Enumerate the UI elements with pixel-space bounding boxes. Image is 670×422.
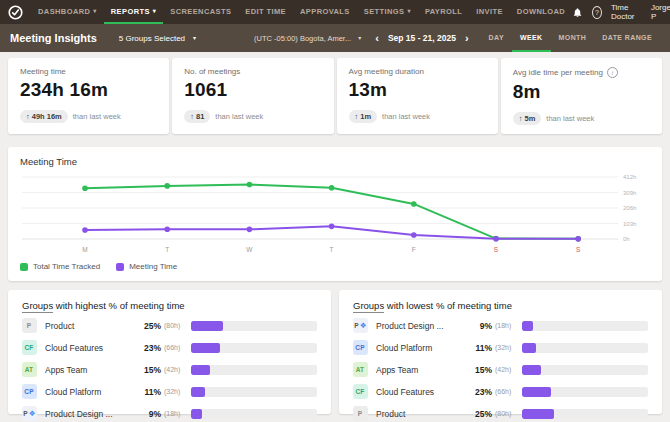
nav-label: SETTINGS [364, 7, 405, 16]
nav-item-edit-time[interactable]: EDIT TIME [238, 0, 293, 24]
notifications-bell-icon[interactable] [572, 7, 583, 18]
kpi-avg-meeting-duration: Avg meeting duration 13m ↑1m than last w… [337, 58, 498, 134]
group-hours: (32h) [495, 344, 522, 351]
nav-item-screencasts[interactable]: SCREENCASTS [163, 0, 238, 24]
nav-item-payroll[interactable]: PAYROLL [418, 0, 469, 24]
delta-badge: ↑49h 16m [20, 110, 68, 123]
group-row: CP Cloud Platform 11% (32h) [353, 340, 648, 355]
svg-text:206h: 206h [623, 205, 636, 211]
group-bar [522, 387, 648, 397]
kpi-delta: ↑5m than last week [513, 112, 650, 125]
main-nav: DASHBOARD▾ REPORTS▾ SCREENCASTS EDIT TIM… [31, 0, 572, 24]
nav-item-settings[interactable]: SETTINGS▾ [357, 0, 418, 24]
group-bar-fill [191, 343, 220, 353]
svg-text:F: F [412, 246, 416, 253]
group-name: Product [376, 409, 462, 419]
group-percent: 15% [131, 365, 161, 375]
chevron-down-icon: ▾ [358, 35, 361, 41]
group-row: CF Cloud Features 23% (66h) [353, 384, 648, 399]
nav-label: DASHBOARD [38, 7, 90, 16]
svg-text:309h: 309h [623, 190, 636, 196]
kpi-avg-idle-time: Avg idle time per meetingi 8m ↑5m than l… [501, 58, 662, 134]
group-bar-fill [191, 365, 210, 375]
group-bar-fill [522, 321, 533, 331]
group-row: AT Apps Team 15% (42h) [22, 362, 317, 377]
svg-text:W: W [246, 246, 253, 253]
kpi-cards: Meeting time 234h 16m ↑49h 16m than last… [8, 58, 662, 134]
nav-item-invite[interactable]: INVITE [469, 0, 510, 24]
group-name: Cloud Features [45, 343, 131, 353]
group-avatar: AT [353, 362, 368, 377]
group-bar [191, 387, 317, 397]
user-name[interactable]: Jorge P [651, 3, 670, 21]
meeting-time-chart-card: Meeting Time 412h309h206h103h0hMTWTFSS T… [8, 147, 662, 281]
group-hours: (66h) [495, 388, 522, 395]
panel-title: Groups with lowest % of meeting time [353, 300, 648, 311]
kpi-no-of-meetings: No. of meetings 1061 ↑81 than last week [172, 58, 333, 134]
timezone-selector[interactable]: (UTC -05:00) Bogota, Amer... ▾ [248, 33, 367, 44]
kpi-value: 1061 [184, 79, 321, 101]
prev-week-button[interactable]: ‹ [375, 33, 379, 44]
group-name: Apps Team [45, 365, 131, 375]
group-bar [191, 409, 317, 419]
nav-item-dashboard[interactable]: DASHBOARD▾ [31, 0, 104, 24]
group-bar-fill [191, 409, 202, 419]
group-bar-fill [522, 409, 554, 419]
tab-month[interactable]: MONTH [551, 24, 595, 52]
group-bar [522, 321, 648, 331]
nav-item-approvals[interactable]: APPROVALS [293, 0, 357, 24]
group-bar [522, 343, 648, 353]
svg-text:412h: 412h [623, 174, 636, 180]
group-bar [191, 365, 317, 375]
nav-label: EDIT TIME [245, 7, 286, 16]
nav-label: PAYROLL [425, 7, 462, 16]
company-name: Time Doctor [611, 3, 642, 21]
groups-panels: Groups with highest % of meeting time P … [8, 290, 662, 414]
group-hours: (32h) [164, 388, 191, 395]
next-week-button[interactable]: › [465, 33, 469, 44]
chevron-down-icon: ▾ [407, 8, 410, 14]
groups-highest-panel: Groups with highest % of meeting time P … [8, 290, 331, 414]
topbar-right: ? Time Doctor Jorge P JP [572, 0, 670, 24]
kpi-value: 13m [349, 79, 486, 101]
group-row: CF Cloud Features 23% (66h) [22, 340, 317, 355]
group-avatar: CP [22, 384, 37, 399]
group-percent: 9% [462, 321, 492, 331]
timedoctor-logo-icon[interactable] [8, 5, 23, 20]
group-avatar: P❖ [22, 406, 37, 421]
svg-text:T: T [165, 246, 169, 253]
kpi-label: No. of meetings [184, 67, 321, 76]
svg-text:T: T [330, 246, 334, 253]
nav-item-download[interactable]: DOWNLOAD [510, 0, 572, 24]
group-name: Apps Team [376, 365, 462, 375]
tab-day[interactable]: DAY [481, 24, 512, 52]
group-avatar: P [22, 318, 37, 333]
chart-legend: Total Time Tracked Meeting Time [20, 262, 650, 271]
svg-text:S: S [576, 246, 581, 253]
groups-lowest-panel: Groups with lowest % of meeting time P❖ … [339, 290, 662, 414]
info-icon[interactable]: i [607, 67, 618, 78]
kpi-delta: ↑49h 16m than last week [20, 110, 157, 123]
nav-item-reports[interactable]: REPORTS▾ [104, 0, 163, 24]
groups-selector[interactable]: 5 Groups Selected ▾ [113, 33, 202, 44]
help-icon[interactable]: ? [592, 6, 602, 19]
group-row: P Product 25% (80h) [353, 406, 648, 421]
group-percent: 25% [131, 321, 161, 331]
date-navigation: ‹ Sep 15 - 21, 2025 › [375, 24, 468, 52]
chevron-down-icon: ▾ [153, 8, 156, 14]
tab-week[interactable]: WEEK [512, 24, 551, 52]
group-percent: 23% [462, 387, 492, 397]
group-hours: (80h) [495, 410, 522, 417]
tab-date-range[interactable]: DATE RANGE [594, 24, 660, 52]
kpi-value: 234h 16m [20, 79, 157, 101]
group-bar [522, 365, 648, 375]
legend-total-time-tracked: Total Time Tracked [20, 262, 100, 271]
group-name: Product [45, 321, 131, 331]
period-tabs: DAY WEEK MONTH DATE RANGE [481, 24, 660, 52]
timezone-label: (UTC -05:00) Bogota, Amer... [254, 34, 351, 43]
header-controls: (UTC -05:00) Bogota, Amer... ▾ ‹ Sep 15 … [248, 24, 660, 52]
group-bar-fill [191, 321, 223, 331]
group-row: P❖ Product Design ... 9% (18h) [353, 318, 648, 333]
group-row: P Product 25% (80h) [22, 318, 317, 333]
delta-note: than last week [546, 114, 594, 123]
